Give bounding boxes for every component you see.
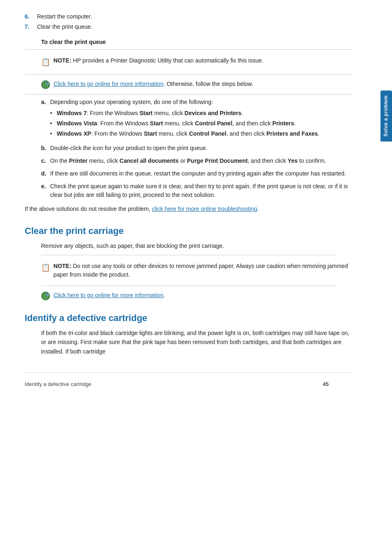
troubleshoot-link[interactable]: click here for more online troubleshooti… [152,206,257,212]
page-wrapper: Solve a problem 6. Restart the computer.… [0,0,392,543]
subsection-heading: To clear the print queue [41,39,353,45]
section1-note-text: Do not use any tools or other devices to… [53,263,348,278]
online-link-box-s1: ★ Click here to go online for more infor… [41,291,353,300]
bullet-item: • Windows Vista: From the Windows Start … [50,119,353,128]
section1-intro: Remove any objects, such as paper, that … [41,241,353,250]
numbered-list: 6. Restart the computer. 7. Clear the pr… [25,12,353,31]
side-tab: Solve a problem [380,90,392,141]
note-label: NOTE: [53,57,71,64]
online-link-text-1: Click here to go online for more informa… [53,80,253,88]
alpha-content-a: Depending upon your operating system, do… [50,98,353,140]
divider [25,49,353,50]
alpha-label-b: b. [41,144,50,153]
item-number-6: 6. [25,12,37,21]
subsection-heading-text: To clear the print queue [41,39,106,45]
bullet-item: • Windows XP: From the Windows Start men… [50,129,353,138]
globe-icon-s1: ★ [41,291,50,300]
alpha-item-a: a. Depending upon your operating system,… [41,98,353,140]
bullet-dot: • [50,129,57,138]
section1-note-box: 📋 NOTE: Do not use any tools or other de… [41,259,353,282]
note-icon: 📋 [41,57,50,68]
alpha-item-d: d. If there are still documents in the q… [41,169,353,178]
section2-heading: Identify a defective cartridge [25,313,353,323]
footer: Identify a defective cartridge 45 [25,372,353,391]
alpha-content-b: Double-click the icon for your product t… [50,144,353,153]
note-text: HP provides a Printer Diagnostic Utility… [73,57,263,64]
svg-text:★: ★ [47,83,49,84]
divider [25,94,353,95]
alpha-content-d: If there are still documents in the queu… [50,169,353,178]
footer-left: Identify a defective cartridge [25,381,323,387]
alpha-label-e: e. [41,182,50,199]
troubleshoot-suffix: . [257,206,259,212]
online-link-suffix-1: . Otherwise, follow the steps below. [164,81,254,87]
globe-icon: ★ [41,80,50,89]
divider [25,74,353,75]
alpha-item-b: b. Double-click the icon for your produc… [41,144,353,153]
bullet-text-vista: Windows Vista: From the Windows Start me… [57,119,296,128]
item-number-7: 7. [25,23,37,31]
bullet-text-xp: Windows XP: From the Windows Start menu,… [57,129,319,138]
svg-text:★: ★ [47,294,49,296]
list-item: 6. Restart the computer. [25,12,353,21]
alpha-content-c: On the Printer menu, click Cancel all do… [50,157,353,165]
alpha-label-c: c. [41,157,50,165]
bullet-list-a: • Windows 7: From the Windows Start menu… [50,109,353,138]
page-number: 45 [323,381,329,387]
section2-intro: If both the tri-color and black cartridg… [41,328,353,356]
note-box: 📋 NOTE: HP provides a Printer Diagnostic… [41,54,353,70]
alpha-list: a. Depending upon your operating system,… [41,98,353,199]
alpha-item-e: e. Check the print queue again to make s… [41,182,353,199]
divider [41,286,337,286]
item-text-7: Clear the print queue. [37,23,92,31]
alpha-content-e: Check the print queue again to make sure… [50,182,353,199]
note-content: NOTE: HP provides a Printer Diagnostic U… [53,56,263,65]
online-link-text-s1: Click here to go online for more informa… [53,291,165,300]
troubleshoot-paragraph: If the above solutions do not resolve th… [25,204,353,213]
online-link-s1[interactable]: Click here to go online for more informa… [53,292,164,298]
alpha-item-c: c. On the Printer menu, click Cancel all… [41,157,353,165]
online-link-1[interactable]: Click here to go online for more informa… [53,81,164,87]
main-content: 6. Restart the computer. 7. Clear the pr… [0,0,378,543]
online-link-box-1: ★ Click here to go online for more infor… [41,80,353,89]
bullet-dot: • [50,109,57,118]
item-text-6: Restart the computer. [37,12,92,21]
section1-note-label: NOTE: [53,263,71,269]
divider [41,255,337,255]
section1-note-content: NOTE: Do not use any tools or other devi… [53,262,353,279]
note-icon-s1: 📋 [41,262,50,273]
bullet-dot: • [50,119,57,128]
side-tab-label: Solve a problem [383,95,389,136]
alpha-label-a: a. [41,98,50,140]
bullet-text-win7: Windows 7: From the Windows Start menu, … [57,109,243,118]
troubleshoot-text: If the above solutions do not resolve th… [25,206,152,212]
alpha-a-intro: Depending upon your operating system, do… [50,99,213,105]
list-item: 7. Clear the print queue. [25,23,353,31]
section1-heading: Clear the print carriage [25,226,353,236]
alpha-label-d: d. [41,169,50,178]
bullet-item: • Windows 7: From the Windows Start menu… [50,109,353,118]
online-link-suffix-s1: . [164,292,165,298]
